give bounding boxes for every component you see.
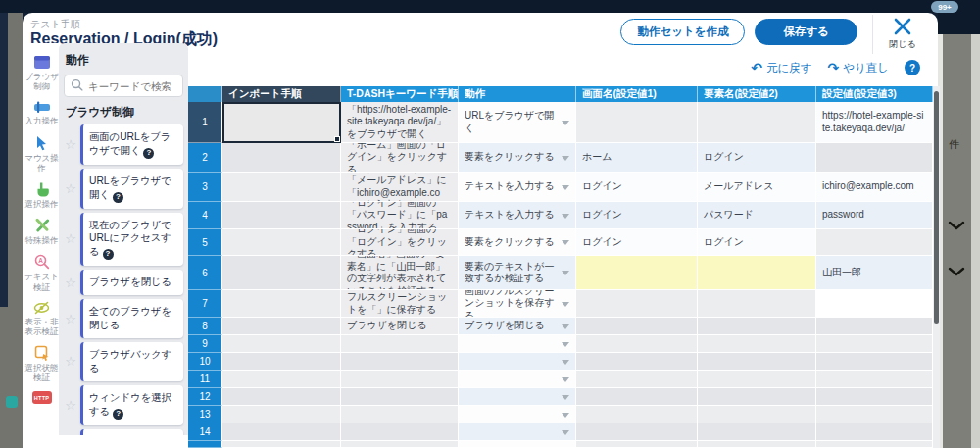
help-icon[interactable]: ? [143,148,154,159]
cell-tdash[interactable] [341,353,459,371]
cell-tdash[interactable]: 「画面名」画面の「要素名」に「山田一郎」の文字列が表示されていることを検証する [341,256,459,290]
cell-action-dropdown[interactable]: 画面のフルスクリーンショットを保存する [459,290,576,318]
cell-screen-warning[interactable] [576,256,698,290]
dropdown-chevron-icon[interactable] [562,156,569,161]
star-icon[interactable]: ☆ [64,398,77,413]
cell-tdash[interactable]: 「ログイン」画面の「メールアドレス」に「ichiro@example.com」を… [341,173,459,202]
dropdown-chevron-icon[interactable] [562,324,569,329]
cell-screen[interactable] [576,423,698,441]
cell-action-dropdown[interactable] [459,335,576,353]
action-card[interactable]: 全てのブラウザを閉じる [80,299,183,338]
row-number[interactable]: 3 [188,173,222,202]
close-button[interactable]: 閉じる [881,16,924,51]
cell-screen[interactable] [576,318,698,335]
sidebar-item-selection-state-verify[interactable]: 選択状態検証 [24,345,60,382]
cell-element[interactable]: ログイン [698,143,816,173]
row-number[interactable]: 7 [188,290,222,318]
help-icon[interactable]: ? [113,409,123,420]
row-number[interactable]: 13 [188,406,222,423]
column-header-value[interactable]: 設定値(設定値3) [816,86,933,102]
cell-action-dropdown[interactable]: テキストを入力する [459,173,576,202]
column-header-import[interactable]: インポート手順 [222,86,341,102]
sidebar-item-special[interactable]: 特殊操作 [24,218,60,245]
cell-tdash[interactable] [341,423,459,441]
cell-element[interactable] [698,423,816,441]
cell-element-warning[interactable] [698,256,816,290]
action-card[interactable]: 画面のURLをブラウザで開く? [80,124,183,165]
cell-tdash[interactable]: 「ログイン」画面の「パスワード」に「password」を入力する [341,202,459,229]
cell-value[interactable]: 山田一郎 [816,256,933,290]
fill-handle[interactable] [334,136,340,142]
sidebar-item-text-verify[interactable]: A テキスト検証 [24,254,60,291]
cell-element[interactable] [698,335,816,353]
row-number[interactable]: 5 [188,229,222,256]
row-number[interactable]: 10 [188,353,222,371]
dropdown-chevron-icon[interactable] [562,240,569,245]
cell-tdash[interactable]: 「ホーム」画面の「ログイン」をクリックする [341,143,459,173]
star-icon[interactable]: ☆ [64,181,77,196]
notification-badge[interactable]: 99+ [931,1,958,13]
row-number[interactable]: 12 [188,388,222,406]
cell-value[interactable] [816,335,933,353]
row-number[interactable]: 1 [188,102,222,143]
cell-screen[interactable]: ログイン [576,229,698,256]
action-card[interactable]: URLをブラウザで開く? [80,169,183,209]
dropdown-chevron-icon[interactable] [562,185,569,190]
dropdown-chevron-icon[interactable] [562,214,569,219]
cell-value[interactable] [816,423,933,441]
cell-value[interactable] [816,143,933,173]
search-box[interactable] [64,75,183,97]
cell-action-dropdown[interactable] [459,371,576,388]
cell-action-dropdown[interactable]: ブラウザを閉じる [459,318,576,335]
cell-tdash[interactable]: 「https://hotel-example-site.takeyaqa.dev… [341,102,459,143]
cell-import[interactable] [222,335,341,353]
sidebar-item-mouse[interactable]: マウス操作 [24,135,60,173]
cell-element[interactable] [698,388,816,406]
row-number[interactable]: 2 [188,143,222,173]
cell-action-dropdown[interactable] [459,423,576,441]
cell-tdash[interactable] [341,441,459,448]
cell-element[interactable]: メールアドレス [698,173,816,202]
dropdown-chevron-icon[interactable] [562,271,569,275]
cell-action-dropdown[interactable]: 要素をクリックする [459,229,576,256]
cell-tdash[interactable] [341,335,459,353]
cell-value[interactable] [816,441,933,448]
column-header-tdash[interactable]: T-DASHキーワード手順 [341,86,459,102]
cell-value[interactable] [816,406,933,423]
action-card[interactable]: ブラウザを閉じる [80,270,183,295]
cell-tdash[interactable]: 「ログイン」画面の「ログイン」をクリックする [341,229,459,256]
cell-tdash[interactable] [341,406,459,423]
cell-action-dropdown[interactable] [459,388,576,406]
cell-screen[interactable] [576,371,698,388]
cell-element[interactable] [698,406,816,423]
row-number[interactable]: 14 [188,423,222,441]
row-number[interactable]: 8 [188,318,222,335]
action-card[interactable]: ウィンドウを選択する? [80,385,183,425]
star-icon[interactable]: ☆ [64,137,77,152]
cell-element[interactable]: ログイン [698,229,816,256]
redo-button[interactable]: ↷ やり直し [827,60,889,75]
cell-screen[interactable]: ホーム [576,143,698,173]
cell-element[interactable] [698,371,816,388]
cell-value[interactable] [816,388,933,406]
star-icon[interactable]: ☆ [64,231,77,246]
column-header-corner[interactable] [188,86,222,102]
cell-screen[interactable] [576,353,698,371]
help-icon[interactable]: ? [113,192,123,203]
row-number[interactable]: 9 [188,335,222,353]
star-icon[interactable]: ☆ [64,312,77,326]
table-scrollbar[interactable] [933,86,940,448]
star-icon[interactable]: ☆ [64,354,77,369]
row-number[interactable]: 11 [188,371,222,388]
cell-import[interactable] [222,256,341,290]
sidebar-item-visibility-verify[interactable]: 表示・非表示検証 [24,301,60,336]
cell-import[interactable] [222,202,341,229]
cell-element[interactable] [698,353,816,371]
cell-screen[interactable] [576,290,698,318]
dropdown-chevron-icon[interactable] [562,121,569,125]
cell-screen[interactable] [576,406,698,423]
cell-action-dropdown[interactable]: 要素のテキストが一致するか検証する [459,256,576,290]
cell-action-dropdown[interactable] [459,353,576,371]
cell-value[interactable] [816,353,933,371]
cell-value[interactable] [816,318,933,335]
